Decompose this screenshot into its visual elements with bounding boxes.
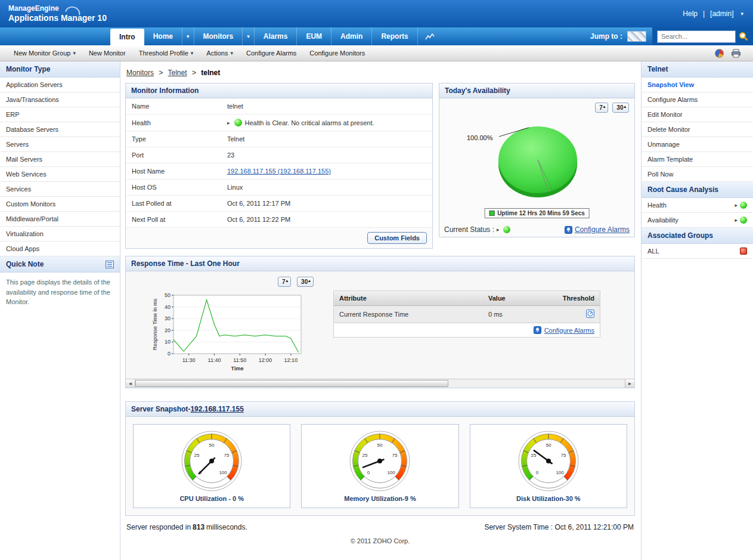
bullet-arrow-icon: ▸ — [735, 202, 737, 208]
home-dropdown-icon[interactable]: ▾ — [182, 27, 194, 45]
svg-text:50: 50 — [377, 443, 383, 448]
poll-now-item[interactable]: Poll Now — [642, 167, 753, 182]
attribute-table: Attribute Value Threshold Current Respon… — [333, 290, 600, 338]
tab-admin[interactable]: Admin — [331, 27, 372, 45]
group-icon[interactable] — [740, 247, 747, 255]
configure-monitors-button[interactable]: Configure Monitors — [303, 45, 371, 61]
new-monitor-button[interactable]: New Monitor — [82, 45, 132, 61]
svg-text:75: 75 — [392, 453, 398, 458]
brand-name: ManageEngine — [8, 5, 107, 13]
snapshot-host-link[interactable]: 192.168.117.155 — [190, 405, 243, 413]
sidebar-item-database-servers[interactable]: Database Servers — [0, 122, 120, 137]
sidebar-item-web-services[interactable]: Web Services — [0, 167, 120, 182]
threshold-profile-button[interactable]: Threshold Profile▾ — [132, 45, 200, 61]
sidebar-item-application-servers[interactable]: Application Servers — [0, 78, 120, 92]
disk-gauge-label: Disk Utilization-30 % — [470, 495, 627, 502]
actions-button[interactable]: Actions▾ — [200, 45, 240, 61]
sidebar-item-services[interactable]: Services — [0, 182, 120, 197]
breadcrumb-monitors-link[interactable]: Monitors — [126, 69, 154, 77]
search-icon[interactable] — [739, 32, 748, 41]
sidebar-item-virtualization[interactable]: Virtualization — [0, 227, 120, 242]
memory-gauge-card: 0255075100 Memory Utilization-9 % — [301, 424, 458, 508]
edit-monitor-item[interactable]: Edit Monitor — [642, 107, 753, 122]
sidebar-item-servers[interactable]: Servers — [0, 137, 120, 152]
content-area: Monitor Type Application Servers Java/Tr… — [0, 61, 753, 560]
tab-alarms[interactable]: Alarms — [255, 27, 298, 45]
table-row: Nametelnet — [126, 98, 432, 115]
admin-menu[interactable]: [admin] — [710, 10, 733, 18]
availability-percent-label: 100.00% — [467, 134, 492, 141]
telnet-actions-header: Telnet — [642, 61, 753, 78]
search-input[interactable] — [657, 30, 736, 43]
delete-monitor-item[interactable]: Delete Monitor — [642, 122, 753, 137]
tab-home[interactable]: Home — [144, 27, 182, 45]
right-sidebar: Telnet Snapshot View Configure Alarms Ed… — [641, 61, 753, 560]
unmanage-item[interactable]: Unmanage — [642, 137, 753, 152]
host-name-link[interactable]: 192.168.117.155 (192.168.117.155) — [227, 168, 331, 175]
sidebar-item-java-transactions[interactable]: Java/Transactions — [0, 92, 120, 107]
horizontal-scrollbar[interactable]: ◄ ► — [126, 379, 634, 388]
tab-intro[interactable]: Intro — [110, 29, 144, 45]
header-separator: | — [703, 10, 705, 18]
breadcrumb-telnet-link[interactable]: Telnet — [168, 69, 187, 77]
sidebar-item-middleware-portal[interactable]: Middleware/Portal — [0, 212, 120, 227]
left-sidebar: Monitor Type Application Servers Java/Tr… — [0, 61, 120, 560]
server-snapshot-panel: Server Snapshot-192.168.117.155 02550751… — [125, 401, 635, 516]
svg-text:12:00: 12:00 — [259, 357, 272, 363]
root-cause-analysis-header: Root Cause Analysis — [642, 182, 753, 198]
svg-text:75: 75 — [560, 453, 566, 458]
print-icon[interactable] — [731, 49, 741, 58]
current-status-up-icon — [503, 226, 510, 233]
configure-alarms-item[interactable]: Configure Alarms — [642, 92, 753, 107]
alarm-bell-icon[interactable] — [534, 326, 541, 334]
notes-icon[interactable] — [106, 261, 114, 268]
svg-text:50: 50 — [165, 292, 171, 298]
help-link[interactable]: Help — [683, 10, 698, 18]
rca-availability-item[interactable]: Availability ▸ — [642, 213, 753, 228]
table-row: TypeTelnet — [126, 131, 432, 147]
pie-chart-icon[interactable] — [715, 49, 724, 58]
alarm-template-item[interactable]: Alarm Template — [642, 152, 753, 167]
scrollbar-thumb[interactable] — [135, 380, 448, 387]
response-time-title: Response Time - Last One Hour — [126, 256, 634, 271]
last-7-days-button[interactable]: 7▴ — [278, 277, 291, 287]
tab-eum[interactable]: EUM — [297, 27, 331, 45]
sidebar-item-cloud-apps[interactable]: Cloud Apps — [0, 242, 120, 256]
svg-text:100: 100 — [219, 470, 228, 475]
svg-text:25: 25 — [362, 453, 368, 458]
admin-caret-icon[interactable]: ▾ — [740, 11, 743, 17]
last-30-days-button[interactable]: 30▴ — [297, 277, 314, 287]
bullet-arrow-icon: ▸ — [227, 120, 230, 126]
last-7-days-button[interactable]: 7▴ — [595, 103, 608, 113]
availability-title: Today's Availability — [439, 83, 634, 98]
new-monitor-group-button[interactable]: New Monitor Group▾ — [7, 45, 82, 61]
tab-reports[interactable]: Reports — [372, 27, 417, 45]
main-nav: Intro Home ▾ Monitors ▾ Alarms EUM Admin… — [0, 27, 753, 45]
rca-health-item[interactable]: Health ▸ — [642, 198, 753, 213]
caret-up-icon: ▴ — [624, 104, 626, 109]
scroll-left-icon[interactable]: ◄ — [126, 379, 135, 388]
tab-monitors[interactable]: Monitors — [194, 27, 243, 45]
svg-text:25: 25 — [531, 453, 536, 458]
alarm-bell-icon[interactable] — [565, 226, 572, 234]
configure-alarms-link[interactable]: Configure Alarms — [544, 327, 594, 334]
sidebar-item-erp[interactable]: ERP — [0, 107, 120, 122]
graph-icon[interactable] — [418, 27, 442, 45]
configure-alarms-link[interactable]: Configure Alarms — [575, 225, 630, 234]
threshold-icon[interactable] — [586, 310, 594, 318]
sidebar-item-mail-servers[interactable]: Mail Servers — [0, 152, 120, 167]
configure-alarms-button[interactable]: Configure Alarms — [240, 45, 303, 61]
scrollbar-track[interactable] — [135, 379, 625, 388]
monitors-dropdown-icon[interactable]: ▾ — [243, 27, 255, 45]
sidebar-item-custom-monitors[interactable]: Custom Monitors — [0, 197, 120, 212]
custom-fields-button[interactable]: Custom Fields — [367, 232, 427, 244]
last-30-days-button[interactable]: 30▴ — [612, 103, 629, 113]
svg-text:100: 100 — [556, 470, 564, 475]
scroll-right-icon[interactable]: ► — [625, 379, 634, 388]
snapshot-view-link[interactable]: Snapshot View — [642, 78, 753, 92]
caret-up-icon: ▴ — [308, 279, 311, 283]
jump-to-icon[interactable] — [627, 31, 646, 42]
jump-to-label: Jump to : — [590, 32, 622, 41]
health-status-icon — [234, 119, 242, 126]
group-all-item[interactable]: ALL — [642, 244, 753, 259]
